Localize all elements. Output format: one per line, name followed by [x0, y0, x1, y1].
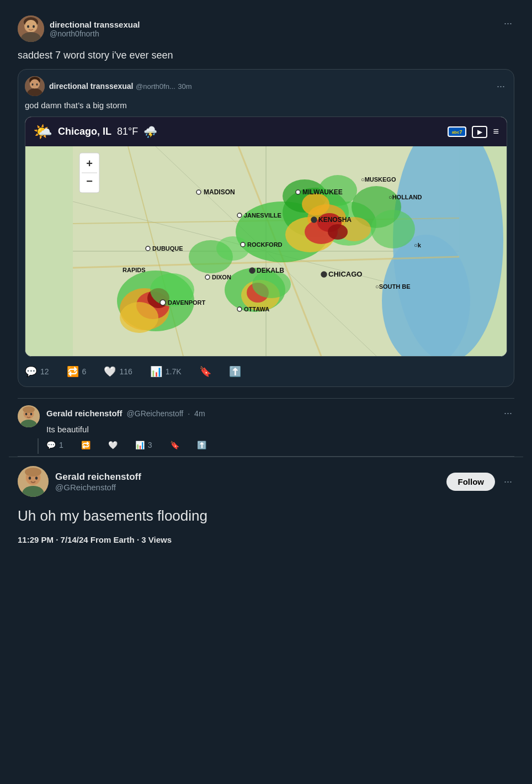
reply-avatar[interactable] [18, 405, 40, 427]
quoted-username[interactable]: @north0fn... [136, 82, 175, 91]
svg-text:MADISON: MADISON [204, 188, 235, 196]
svg-point-71 [205, 275, 210, 279]
bottom-post-section: Gerald reichenstoff @GReichenstoff Follo… [9, 457, 523, 553]
weather-header-left: 🌤️ Chicago, IL 81°F ⛈️ [33, 123, 157, 141]
weather-card: 🌤️ Chicago, IL 81°F ⛈️ abc7 ▶ ≡ [25, 116, 507, 357]
svg-point-75 [321, 272, 327, 277]
reply-views-count: 3 [148, 441, 152, 449]
quoted-header: directional transsexual @north0fn... 30m… [25, 76, 507, 96]
radar-map-svg: + − MILWAUKEE MADISON ○MUSKEGO [25, 146, 507, 356]
post-header-left: Gerald reichenstoff @GReichenstoff [18, 466, 141, 497]
svg-text:DIXON: DIXON [212, 274, 231, 280]
post-user-info: Gerald reichenstoff @GReichenstoff [55, 472, 141, 492]
svg-point-12 [32, 83, 34, 86]
more-options-icon[interactable]: ··· [502, 15, 514, 31]
views-count: 1.7K [166, 367, 182, 376]
user-info: directional transsexual @north0fnorth [50, 20, 140, 38]
svg-point-65 [146, 246, 150, 251]
svg-point-38 [328, 224, 348, 240]
reply-bookmark-icon: 🔖 [170, 441, 179, 449]
post-more-icon[interactable]: ··· [502, 474, 514, 490]
svg-point-93 [29, 476, 31, 480]
post-username[interactable]: @GReichenstoff [55, 483, 141, 492]
bookmark-icon: 🔖 [199, 365, 211, 378]
post-views-count: 3 [141, 535, 146, 544]
reply-text: Its beautiful [46, 423, 514, 435]
share-icon: ⬆️ [229, 365, 241, 378]
svg-text:RAPIDS: RAPIDS [123, 267, 146, 273]
reply-reply-action[interactable]: 💬 1 [46, 441, 63, 449]
reply-like-action[interactable]: 🤍 [108, 441, 118, 449]
reply-actions: 💬 1 🔁 🤍 📊 3 🔖 ⬆️ [46, 441, 514, 449]
reply-retweet-icon: 🔁 [81, 441, 91, 449]
main-tweet: directional transsexual @north0fnorth ··… [9, 9, 523, 398]
follow-button[interactable]: Follow [446, 473, 495, 491]
reply-display-name[interactable]: Gerald reichenstoff [46, 409, 123, 418]
quoted-display-name[interactable]: directional transsexual [49, 82, 134, 91]
svg-point-67 [241, 242, 245, 247]
post-views-label: Views [148, 535, 172, 544]
post-header-right: Follow ··· [446, 473, 514, 491]
reply-time-value: 4m [194, 409, 205, 418]
svg-point-35 [302, 193, 329, 215]
tweet-header: directional transsexual @north0fnorth ··… [18, 15, 514, 42]
reply-content: Gerald reichenstoff @GReichenstoff · 4m … [46, 405, 514, 449]
quoted-text: god damn that’s a big storm [25, 99, 507, 111]
weather-header-right: abc7 ▶ ≡ [448, 126, 499, 138]
reply-share-icon: ⬆️ [197, 441, 206, 449]
views-action[interactable]: 📊 1.7K [150, 365, 182, 378]
svg-point-55 [296, 190, 300, 194]
svg-text:MILWAUKEE: MILWAUKEE [302, 188, 343, 196]
weather-temp: 81°F [117, 126, 138, 137]
retweet-action[interactable]: 🔁 6 [67, 365, 87, 378]
tweet-text: saddest 7 word story i've ever seen [18, 49, 514, 62]
display-name[interactable]: directional transsexual [50, 20, 140, 29]
quoted-more-icon[interactable]: ··· [494, 78, 507, 94]
post-avatar[interactable] [18, 466, 49, 497]
reply-bookmark-action[interactable]: 🔖 [170, 441, 179, 449]
quoted-time: 30m [178, 82, 191, 91]
quoted-header-left: directional transsexual @north0fn... 30m [25, 76, 191, 96]
svg-point-48 [252, 271, 291, 298]
quoted-avatar[interactable] [25, 76, 45, 96]
svg-point-31 [371, 210, 415, 248]
post-header: Gerald reichenstoff @GReichenstoff Follo… [18, 466, 514, 497]
reply-reply-count: 1 [59, 441, 63, 449]
svg-text:○HOLLAND: ○HOLLAND [389, 194, 422, 200]
post-text: Uh oh my basements flooding [18, 506, 514, 526]
reply-views-action[interactable]: 📊 3 [135, 441, 152, 449]
svg-point-13 [36, 83, 38, 86]
post-meta: 11:29 PM · 7/14/24 From Earth · 3 Views [18, 535, 514, 544]
svg-text:OTTAWA: OTTAWA [244, 306, 269, 312]
reply-retweet-action[interactable]: 🔁 [81, 441, 91, 449]
avatar[interactable] [18, 15, 44, 42]
svg-point-11 [30, 80, 40, 89]
menu-icon[interactable]: ≡ [493, 126, 499, 137]
username[interactable]: @north0fnorth [50, 29, 140, 38]
post-display-name[interactable]: Gerald reichenstoff [55, 472, 141, 483]
reply-action[interactable]: 💬 12 [25, 365, 49, 378]
reply-reply-icon: 💬 [46, 441, 56, 449]
like-action[interactable]: 🤍 116 [104, 365, 132, 378]
bookmark-action[interactable]: 🔖 [199, 365, 211, 378]
views-icon: 📊 [150, 365, 162, 378]
svg-point-94 [35, 476, 38, 480]
svg-point-78 [160, 300, 166, 305]
reply-share-action[interactable]: ⬆️ [197, 441, 206, 449]
abc7-badge: abc7 [448, 126, 467, 137]
share-action[interactable]: ⬆️ [229, 365, 241, 378]
retweet-icon: 🔁 [67, 365, 79, 378]
reply-time: · [188, 409, 190, 418]
svg-point-43 [120, 302, 158, 333]
play-button[interactable]: ▶ [472, 126, 487, 138]
reply-username[interactable]: @GReichenstoff [127, 409, 184, 418]
reply-more-icon[interactable]: ··· [502, 405, 514, 421]
svg-text:−: − [86, 175, 93, 187]
tweet-actions: 💬 12 🔁 6 🤍 116 📊 1.7K 🔖 [25, 363, 507, 380]
quoted-tweet-card[interactable]: directional transsexual @north0fn... 30m… [18, 69, 514, 387]
reply-header: Gerald reichenstoff @GReichenstoff · 4m … [46, 405, 514, 421]
quoted-user-info: directional transsexual @north0fn... 30m [49, 81, 191, 91]
svg-point-80 [237, 307, 242, 311]
weather-header: 🌤️ Chicago, IL 81°F ⛈️ abc7 ▶ ≡ [25, 117, 507, 146]
reply-icon: 💬 [25, 365, 37, 378]
